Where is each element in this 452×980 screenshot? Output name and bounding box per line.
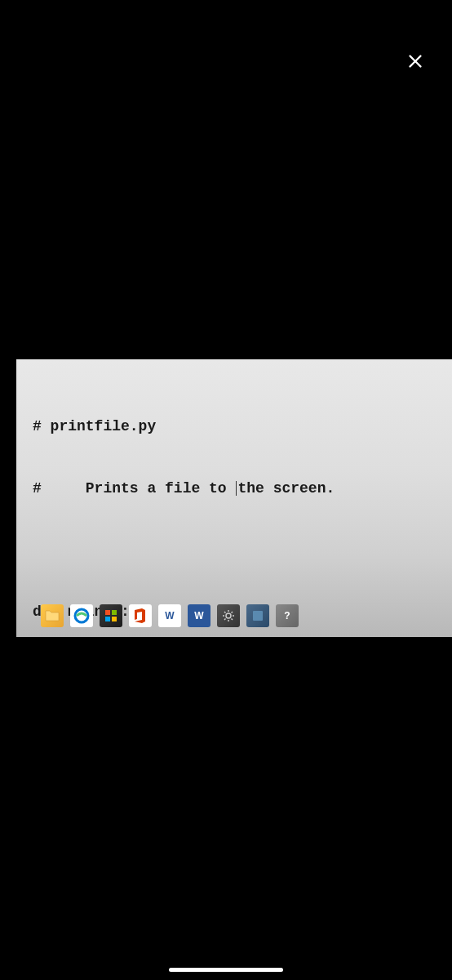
code-line-comment: # printfile.py bbox=[33, 416, 452, 437]
svg-rect-8 bbox=[253, 611, 263, 621]
office-icon[interactable] bbox=[129, 604, 152, 627]
home-indicator[interactable] bbox=[169, 968, 283, 972]
svg-rect-4 bbox=[112, 610, 117, 615]
svg-rect-5 bbox=[105, 617, 110, 621]
app-icon[interactable] bbox=[246, 604, 269, 627]
code-block: # printfile.py # Prints a file to the sc… bbox=[33, 376, 452, 637]
edge-browser-icon[interactable] bbox=[70, 604, 93, 627]
close-button[interactable] bbox=[403, 49, 428, 74]
windows-taskbar: W W ? bbox=[41, 604, 299, 627]
microsoft-store-icon[interactable] bbox=[100, 604, 122, 627]
svg-rect-3 bbox=[105, 610, 110, 615]
code-line-comment: # Prints a file to the screen. bbox=[33, 479, 452, 499]
unknown-app-icon[interactable]: ? bbox=[276, 604, 299, 627]
svg-point-7 bbox=[226, 613, 231, 618]
settings-icon[interactable] bbox=[217, 604, 240, 627]
close-icon bbox=[406, 52, 424, 70]
word-icon[interactable]: W bbox=[188, 604, 210, 627]
file-explorer-icon[interactable] bbox=[41, 604, 64, 627]
image-viewer-content: # printfile.py # Prints a file to the sc… bbox=[16, 359, 452, 637]
word-outline-icon[interactable]: W bbox=[158, 604, 181, 627]
svg-rect-6 bbox=[112, 617, 117, 621]
